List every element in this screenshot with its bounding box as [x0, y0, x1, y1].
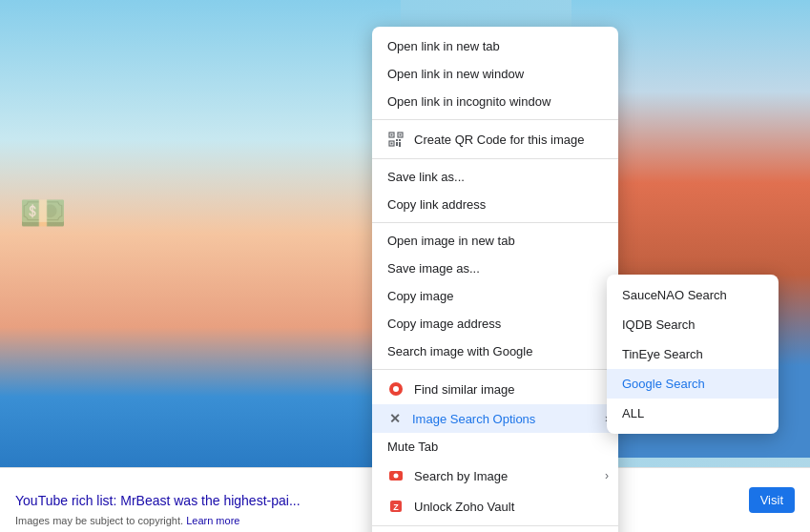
menu-item-search-image-google[interactable]: Search image with Google [372, 338, 618, 365]
menu-label-search-image-google: Search image with Google [387, 344, 532, 358]
submenu-label-saucenao: SauceNAO Search [622, 288, 727, 302]
menu-label-open-new-window: Open link in new window [387, 67, 524, 81]
svg-rect-8 [396, 142, 398, 144]
separator-2 [372, 158, 618, 159]
menu-label-unlock-zoho: Unlock Zoho Vault [414, 500, 514, 514]
menu-label-copy-link: Copy link address [387, 197, 486, 212]
submenu-label-tineye: TinEye Search [622, 347, 703, 361]
image-search-submenu: SauceNAO Search IQDB Search TinEye Searc… [607, 275, 779, 434]
menu-label-image-search-options: Image Search Options [412, 412, 535, 426]
menu-label-mute-tab: Mute Tab [387, 440, 438, 454]
submenu-item-all[interactable]: ALL [607, 399, 779, 428]
submenu-arrow-search-image: › [605, 469, 609, 482]
svg-text:Z: Z [393, 502, 399, 512]
submenu-item-saucenao[interactable]: SauceNAO Search [607, 280, 779, 310]
zoho-icon: Z [387, 498, 405, 515]
menu-item-open-incognito[interactable]: Open link in incognito window [372, 88, 618, 115]
separator-4 [372, 369, 618, 370]
menu-label-save-link-as: Save link as... [387, 170, 465, 184]
submenu-label-all: ALL [622, 406, 644, 420]
menu-label-search-by-image: Search by Image [414, 469, 508, 483]
menu-item-open-image-tab[interactable]: Open image in new tab [372, 227, 618, 255]
menu-item-mute-tab[interactable]: Mute Tab [372, 433, 618, 460]
menu-label-open-image-tab: Open image in new tab [387, 234, 515, 248]
svg-rect-6 [396, 139, 398, 141]
find-similar-icon [387, 380, 405, 398]
copyright-text: Images may be subject to copyright. Lear… [15, 515, 239, 526]
menu-item-save-link-as[interactable]: Save link as... [372, 163, 618, 191]
menu-item-copy-image-address[interactable]: Copy image address [372, 310, 618, 338]
svg-rect-3 [400, 134, 402, 136]
menu-label-open-incognito: Open link in incognito window [387, 94, 550, 109]
money-decoration: 💵 [19, 191, 67, 235]
menu-label-save-image-as: Save image as... [387, 261, 480, 276]
submenu-item-iqdb[interactable]: IQDB Search [607, 310, 779, 339]
menu-item-image-search-options[interactable]: ✕ Image Search Options › [372, 404, 618, 433]
menu-item-save-image-as[interactable]: Save image as... [372, 255, 618, 282]
menu-item-open-new-tab[interactable]: Open link in new tab [372, 32, 618, 60]
menu-label-copy-image-address: Copy image address [387, 317, 501, 331]
separator-3 [372, 222, 618, 223]
submenu-label-iqdb: IQDB Search [622, 317, 696, 332]
menu-label-open-new-tab: Open link in new tab [387, 39, 500, 53]
menu-label-find-similar: Find similar image [414, 382, 514, 397]
svg-point-12 [393, 386, 399, 392]
svg-rect-10 [396, 144, 398, 146]
menu-item-find-similar[interactable]: Find similar image [372, 374, 618, 404]
separator-1 [372, 119, 618, 120]
submenu-label-google-search: Google Search [622, 377, 705, 391]
menu-item-create-qr[interactable]: Create QR Code for this image [372, 124, 618, 154]
menu-item-search-by-image[interactable]: Search by Image › [372, 460, 618, 491]
svg-rect-5 [391, 143, 393, 145]
svg-point-14 [394, 474, 399, 479]
separator-5 [372, 525, 618, 526]
submenu-item-google-search[interactable]: Google Search [607, 369, 779, 399]
svg-rect-1 [391, 134, 393, 136]
context-menu: Open link in new tab Open link in new wi… [372, 27, 618, 532]
image-search-icon: ✕ [387, 411, 403, 426]
menu-item-copy-image[interactable]: Copy image [372, 282, 618, 310]
menu-item-copy-link[interactable]: Copy link address [372, 191, 618, 218]
qr-icon [387, 131, 405, 148]
learn-more-link[interactable]: Learn more [186, 515, 239, 526]
svg-rect-7 [399, 139, 401, 141]
menu-label-create-qr: Create QR Code for this image [414, 133, 584, 147]
menu-item-unlock-zoho[interactable]: Z Unlock Zoho Vault [372, 491, 618, 522]
svg-rect-9 [399, 142, 401, 147]
menu-item-open-new-window[interactable]: Open link in new window [372, 60, 618, 88]
visit-button[interactable]: Visit [749, 487, 795, 513]
menu-label-copy-image: Copy image [387, 289, 453, 303]
search-by-image-icon [387, 467, 405, 484]
submenu-item-tineye[interactable]: TinEye Search [607, 339, 779, 369]
